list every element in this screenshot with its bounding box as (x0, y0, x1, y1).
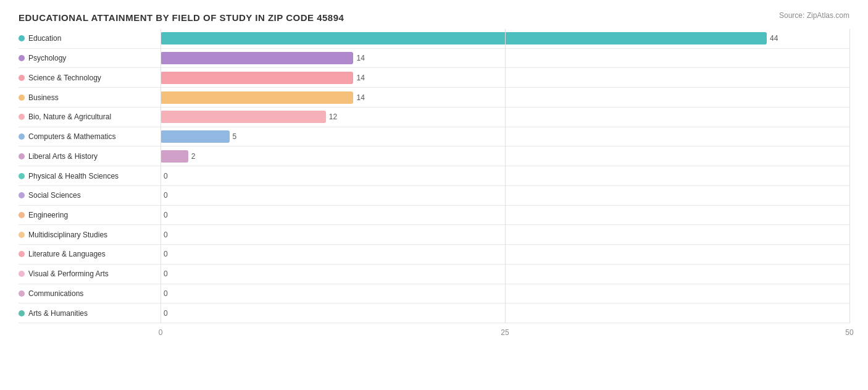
bar-dot (19, 232, 25, 238)
bar-dot (19, 251, 25, 257)
bar-label: Arts & Humanities (19, 309, 161, 318)
grid-line (849, 29, 850, 323)
bar-label-text: Communications (28, 289, 83, 298)
bar-label-text: Physical & Health Sciences (28, 172, 119, 180)
grid-line (161, 29, 161, 323)
bar-value-label: 2 (191, 152, 196, 161)
bar-dot (19, 35, 25, 41)
bar-label: Liberal Arts & History (19, 152, 161, 161)
bar-value-label: 0 (164, 309, 168, 318)
bar-fill (161, 72, 353, 84)
bar-row: Psychology14 (19, 49, 849, 69)
bar-fill (161, 52, 353, 64)
grid-label: 0 (159, 328, 163, 337)
bar-label: Science & Technology (19, 74, 161, 82)
chart-source: Source: ZipAtlas.com (779, 11, 849, 20)
bar-dot (19, 192, 25, 198)
bar-dot (19, 310, 25, 316)
bar-label-text: Multidisciplinary Studies (28, 231, 107, 239)
bar-value-label: 14 (356, 74, 364, 82)
bar-value-label: 0 (164, 172, 168, 180)
grid-line (505, 29, 506, 323)
bar-fill (161, 91, 353, 104)
bar-row: Multidisciplinary Studies0 (19, 225, 849, 245)
bar-row: Computers & Mathematics5 (19, 127, 849, 147)
bar-dot (19, 95, 25, 101)
bar-label: Physical & Health Sciences (19, 172, 161, 180)
bar-dot (19, 114, 25, 120)
bar-value-label: 0 (164, 211, 168, 219)
bar-label-text: Computers & Mathematics (28, 132, 115, 141)
bar-label-text: Bio, Nature & Agricultural (28, 112, 111, 121)
bar-fill (161, 150, 188, 163)
bar-dot (19, 134, 25, 140)
bar-row: Science & Technology14 (19, 68, 849, 88)
bar-fill (161, 130, 230, 143)
bar-label: Multidisciplinary Studies (19, 231, 161, 239)
bar-label: Engineering (19, 211, 161, 219)
bar-label: Bio, Nature & Agricultural (19, 112, 161, 121)
bar-value-label: 12 (329, 112, 337, 121)
bar-dot (19, 173, 25, 179)
bar-label-text: Liberal Arts & History (28, 152, 98, 161)
bar-row: Business14 (19, 88, 849, 108)
grid-label: 25 (501, 328, 509, 337)
bar-value-label: 0 (164, 269, 168, 278)
bar-label-text: Psychology (28, 54, 66, 62)
bar-row: Social Sciences0 (19, 186, 849, 206)
bar-dot (19, 290, 25, 297)
bar-value-label: 0 (164, 250, 168, 258)
bar-label: Social Sciences (19, 191, 161, 200)
bar-row: Arts & Humanities0 (19, 303, 849, 323)
bar-label: Education (19, 34, 161, 43)
bar-label-text: Engineering (28, 211, 68, 219)
bar-dot (19, 153, 25, 159)
bar-label: Visual & Performing Arts (19, 269, 161, 278)
bar-value-label: 0 (164, 191, 168, 200)
bar-label: Communications (19, 289, 161, 298)
bar-row: Engineering0 (19, 206, 849, 226)
bar-fill (161, 32, 767, 45)
bar-value-label: 0 (164, 289, 168, 298)
chart-container: EDUCATIONAL ATTAINMENT BY FIELD OF STUDY… (0, 0, 868, 390)
bar-label-text: Social Sciences (28, 191, 81, 200)
chart-title: EDUCATIONAL ATTAINMENT BY FIELD OF STUDY… (19, 12, 849, 23)
bar-row: Literature & Languages0 (19, 245, 849, 265)
bar-label-text: Arts & Humanities (28, 309, 88, 318)
bar-row: Communications0 (19, 284, 849, 304)
grid-label: 50 (845, 328, 853, 337)
bar-value-label: 44 (770, 34, 778, 43)
bar-row: Education44 (19, 29, 849, 49)
bar-dot (19, 271, 25, 277)
bar-label: Computers & Mathematics (19, 132, 161, 141)
bar-value-label: 14 (356, 93, 364, 102)
bar-dot (19, 212, 25, 218)
bar-row: Liberal Arts & History2 (19, 146, 849, 166)
bar-row: Bio, Nature & Agricultural12 (19, 108, 849, 127)
bar-label-text: Science & Technology (28, 74, 101, 82)
bar-label-text: Education (28, 34, 61, 43)
bars-section: Education44Psychology14Science & Technol… (19, 29, 849, 323)
bar-row: Visual & Performing Arts0 (19, 265, 849, 284)
bar-label: Business (19, 93, 161, 102)
bar-label: Literature & Languages (19, 250, 161, 258)
bar-value-label: 5 (233, 132, 237, 141)
bar-label-text: Visual & Performing Arts (28, 269, 109, 278)
bar-label-text: Business (28, 93, 59, 102)
bar-dot (19, 55, 25, 61)
bar-value-label: 0 (164, 231, 168, 239)
bar-fill (161, 111, 326, 123)
bar-row: Physical & Health Sciences0 (19, 166, 849, 186)
bar-label: Psychology (19, 54, 161, 62)
bar-value-label: 14 (356, 54, 364, 62)
bar-dot (19, 75, 25, 81)
bar-label-text: Literature & Languages (28, 250, 106, 258)
chart-area: Education44Psychology14Science & Technol… (19, 29, 849, 342)
